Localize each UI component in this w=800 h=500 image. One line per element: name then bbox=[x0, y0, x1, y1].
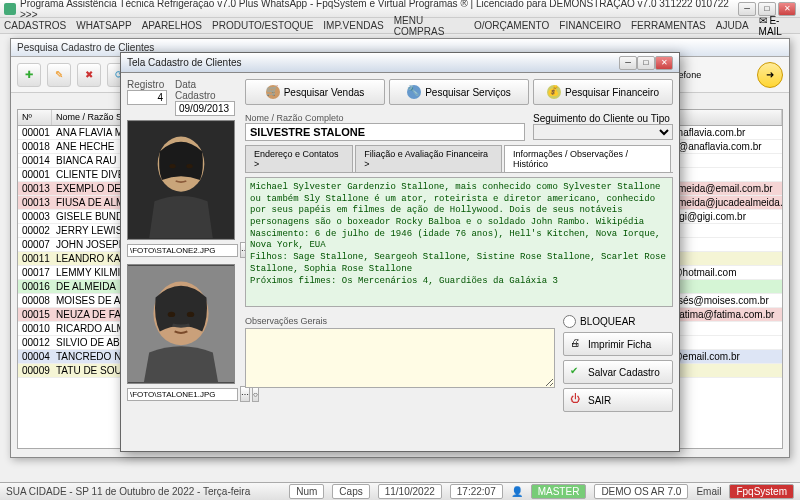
date-input[interactable] bbox=[175, 101, 235, 116]
save-button[interactable]: ✔Salvar Cadastro bbox=[563, 360, 673, 384]
detail-tabs: Endereço e Contatos > Filiação e Avaliaç… bbox=[245, 145, 673, 173]
tab-endereco[interactable]: Endereço e Contatos > bbox=[245, 145, 353, 172]
app-title: Programa Assistência Técnica Refrigeraçã… bbox=[20, 0, 738, 20]
close-button[interactable]: ✕ bbox=[778, 2, 796, 16]
tab-filiacao[interactable]: Filiação e Avaliação Financeira > bbox=[355, 145, 502, 172]
cart-icon: 🛒 bbox=[266, 85, 280, 99]
status-master: MASTER bbox=[531, 484, 587, 499]
detail-title: Tela Cadastro de Clientes bbox=[127, 57, 619, 68]
photo-2 bbox=[127, 264, 235, 384]
exit-button[interactable]: ⏻SAIR bbox=[563, 388, 673, 412]
detail-maximize[interactable]: □ bbox=[637, 56, 655, 70]
tool-delete-icon[interactable]: ✖ bbox=[77, 63, 101, 87]
minimize-button[interactable]: ─ bbox=[738, 2, 756, 16]
svg-point-3 bbox=[186, 164, 192, 168]
printer-icon: 🖨 bbox=[570, 337, 584, 351]
name-input[interactable] bbox=[245, 123, 525, 141]
tab-informacoes[interactable]: Informações / Observações / Histórico bbox=[504, 145, 671, 172]
menu-financeiro[interactable]: FINANCEIRO bbox=[559, 20, 621, 31]
detail-minimize[interactable]: ─ bbox=[619, 56, 637, 70]
info-textarea[interactable] bbox=[245, 177, 673, 307]
menu-ferramentas[interactable]: FERRAMENTAS bbox=[631, 20, 706, 31]
seg-label: Seguimento do Cliente ou Tipo bbox=[533, 113, 670, 124]
menu-vendas[interactable]: IMP.VENDAS bbox=[323, 20, 383, 31]
menu-ajuda[interactable]: AJUDA bbox=[716, 20, 749, 31]
money-icon: 💰 bbox=[547, 85, 561, 99]
menu-orcamento[interactable]: O/ORÇAMENTO bbox=[474, 20, 549, 31]
svg-point-2 bbox=[169, 164, 175, 168]
menu-whatsapp[interactable]: WHATSAPP bbox=[76, 20, 131, 31]
tool-new-icon[interactable]: ✚ bbox=[17, 63, 41, 87]
photo2-path[interactable] bbox=[127, 388, 238, 401]
status-time: 17:22:07 bbox=[450, 484, 503, 499]
name-label: Nome / Razão Completo bbox=[245, 113, 525, 123]
menu-produto[interactable]: PRODUTO/ESTOQUE bbox=[212, 20, 313, 31]
exit-icon: ⏻ bbox=[570, 393, 584, 407]
col-number: Nº bbox=[18, 110, 52, 125]
status-num: Num bbox=[289, 484, 324, 499]
tool-edit-icon[interactable]: ✎ bbox=[47, 63, 71, 87]
photo-1 bbox=[127, 120, 235, 240]
obs-textarea[interactable] bbox=[245, 328, 555, 388]
menu-aparelhos[interactable]: APARELHOS bbox=[142, 20, 202, 31]
status-caps: Caps bbox=[332, 484, 369, 499]
menu-cadastros[interactable]: CADASTROS bbox=[4, 20, 66, 31]
status-location: SUA CIDADE - SP 11 de Outubro de 2022 - … bbox=[6, 486, 250, 497]
menu-email[interactable]: E-MAIL bbox=[759, 15, 782, 37]
status-email[interactable]: Email bbox=[696, 486, 721, 497]
user-icon: 👤 bbox=[511, 486, 523, 497]
status-date: 11/10/2022 bbox=[378, 484, 442, 499]
check-icon: ✔ bbox=[570, 365, 584, 379]
pesquisar-vendas-button[interactable]: 🛒Pesquisar Vendas bbox=[245, 79, 385, 105]
seg-select[interactable] bbox=[533, 124, 673, 140]
print-button[interactable]: 🖨Imprimir Ficha bbox=[563, 332, 673, 356]
statusbar: SUA CIDADE - SP 11 de Outubro de 2022 - … bbox=[0, 482, 800, 500]
pesquisar-financeiro-button[interactable]: 💰Pesquisar Financeiro bbox=[533, 79, 673, 105]
search-go-button[interactable]: ➜ bbox=[757, 62, 783, 88]
pesquisar-servicos-button[interactable]: 🔧Pesquisar Serviços bbox=[389, 79, 529, 105]
status-demo: DEMO OS AR 7.0 bbox=[594, 484, 688, 499]
maximize-button[interactable]: □ bbox=[758, 2, 776, 16]
menu-compras[interactable]: MENU COMPRAS bbox=[394, 15, 464, 37]
obs-label: Observações Gerais bbox=[245, 316, 327, 326]
registro-input[interactable] bbox=[127, 90, 167, 105]
app-icon bbox=[4, 3, 16, 15]
photo1-path[interactable] bbox=[127, 244, 238, 257]
block-checkbox[interactable]: BLOQUEAR bbox=[563, 315, 673, 328]
tools-icon: 🔧 bbox=[407, 85, 421, 99]
detail-window: Tela Cadastro de Clientes ─ □ ✕ Registro… bbox=[120, 52, 680, 452]
main-menubar: CADASTROS WHATSAPP APARELHOS PRODUTO/EST… bbox=[0, 18, 800, 34]
status-fpq[interactable]: FpqSystem bbox=[729, 484, 794, 499]
detail-close[interactable]: ✕ bbox=[655, 56, 673, 70]
svg-point-6 bbox=[168, 312, 175, 317]
svg-point-7 bbox=[187, 312, 194, 317]
